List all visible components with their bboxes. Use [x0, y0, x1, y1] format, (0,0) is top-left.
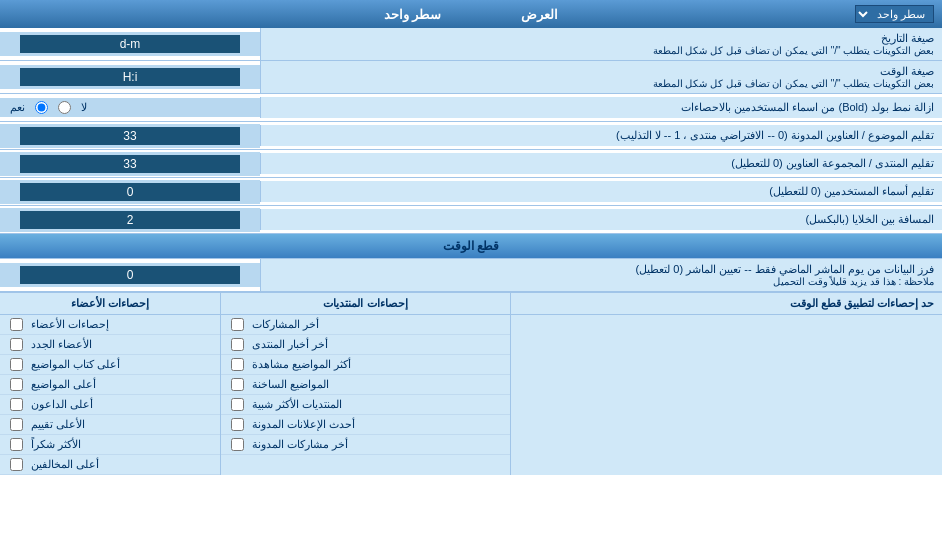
display-header-row: العرض سطر واحد سطر واحد [0, 0, 942, 28]
topic-titles-input[interactable] [20, 127, 240, 145]
stats-post-item: أخر مشاركات المدونة [221, 435, 510, 455]
stats-member-checkbox[interactable] [10, 358, 23, 371]
time-format-label: صيغة الوقت بعض التكوينات يتطلب "/" التي … [260, 61, 942, 93]
bold-remove-row: ازالة نمط بولد (Bold) من اسماء المستخدمي… [0, 94, 942, 122]
stats-content: أخر المشاركاتأخر أخبار المنتدىأكثر الموا… [0, 315, 942, 475]
stats-empty-left [510, 315, 942, 475]
stats-member-item: الأكثر شكراً [0, 435, 220, 455]
stats-post-item: أخر أخبار المنتدى [221, 335, 510, 355]
time-format-row: صيغة الوقت بعض التكوينات يتطلب "/" التي … [0, 61, 942, 94]
forum-group-row: تقليم المنتدى / المجموعة العناوين (0 للت… [0, 150, 942, 178]
time-format-input[interactable] [20, 68, 240, 86]
stats-header: حد إحصاءات لتطبيق قطع الوقت إحصاءات المن… [0, 293, 942, 315]
date-format-input-cell [0, 32, 260, 56]
stats-post-item: أكثر المواضيع مشاهدة [221, 355, 510, 375]
bold-remove-options: لا نعم [0, 98, 260, 117]
stats-post-checkbox[interactable] [231, 418, 244, 431]
date-format-label: صيغة التاريخ بعض التكوينات يتطلب "/" الت… [260, 28, 942, 60]
usernames-label: تقليم أسماء المستخدمين (0 للتعطيل) [260, 181, 942, 202]
stats-posts-items-col: أخر المشاركاتأخر أخبار المنتدىأكثر الموا… [220, 315, 510, 475]
stats-member-item: إحصاءات الأعضاء [0, 315, 220, 335]
time-filter-input-cell [0, 263, 260, 287]
stats-section: حد إحصاءات لتطبيق قطع الوقت إحصاءات المن… [0, 292, 942, 475]
bold-yes-label: نعم [10, 101, 25, 114]
stats-post-checkbox[interactable] [231, 358, 244, 371]
stats-member-checkbox[interactable] [10, 418, 23, 431]
stats-post-checkbox[interactable] [231, 398, 244, 411]
stats-posts-header: إحصاءات المنتديات [220, 293, 510, 314]
display-dropdown[interactable]: سطر واحد [855, 5, 934, 23]
stats-post-item: المنتديات الأكثر شبية [221, 395, 510, 415]
stats-member-item: الأعضاء الجدد [0, 335, 220, 355]
time-filter-label: فرز البيانات من يوم الماشر الماضي فقط --… [260, 259, 942, 291]
stats-member-checkbox[interactable] [10, 438, 23, 451]
stats-post-item: أحدث الإعلانات المدونة [221, 415, 510, 435]
stats-members-header: إحصاءات الأعضاء [0, 293, 220, 314]
time-format-input-cell [0, 65, 260, 89]
time-cut-section-header: قطع الوقت [0, 234, 942, 259]
bold-no-radio[interactable] [58, 101, 71, 114]
stats-post-item: أخر المشاركات [221, 315, 510, 335]
topic-titles-label: تقليم الموضوع / العناوين المدونة (0 -- ا… [260, 125, 942, 146]
usernames-input[interactable] [20, 183, 240, 201]
stats-post-checkbox[interactable] [231, 378, 244, 391]
cell-spacing-input-cell [0, 208, 260, 232]
stats-member-item: الأعلى تقييم [0, 415, 220, 435]
header-title: سطر واحد [384, 7, 442, 22]
bold-remove-label: ازالة نمط بولد (Bold) من اسماء المستخدمي… [260, 97, 942, 118]
stats-member-checkbox[interactable] [10, 398, 23, 411]
stats-member-item: أعلى كتاب المواضيع [0, 355, 220, 375]
stats-members-items-col: إحصاءات الأعضاءالأعضاء الجددأعلى كتاب ال… [0, 315, 220, 475]
topic-titles-input-cell [0, 124, 260, 148]
stats-member-item: أعلى المواضيع [0, 375, 220, 395]
forum-group-input[interactable] [20, 155, 240, 173]
usernames-row: تقليم أسماء المستخدمين (0 للتعطيل) [0, 178, 942, 206]
stats-post-checkbox[interactable] [231, 318, 244, 331]
stats-member-checkbox[interactable] [10, 378, 23, 391]
stats-post-checkbox[interactable] [231, 338, 244, 351]
topic-titles-row: تقليم الموضوع / العناوين المدونة (0 -- ا… [0, 122, 942, 150]
date-format-row: صيغة التاريخ بعض التكوينات يتطلب "/" الت… [0, 28, 942, 61]
display-field-label: العرض [521, 7, 558, 22]
bold-yes-radio[interactable] [35, 101, 48, 114]
stats-member-item: أعلى المخالفين [0, 455, 220, 475]
stats-limit-label: حد إحصاءات لتطبيق قطع الوقت [510, 293, 942, 314]
stats-post-checkbox[interactable] [231, 438, 244, 451]
stats-member-checkbox[interactable] [10, 338, 23, 351]
stats-member-checkbox[interactable] [10, 458, 23, 471]
time-filter-input[interactable] [20, 266, 240, 284]
bold-no-label: لا [81, 101, 87, 114]
forum-group-label: تقليم المنتدى / المجموعة العناوين (0 للت… [260, 153, 942, 174]
cell-spacing-label: المسافة بين الخلايا (بالبكسل) [260, 209, 942, 230]
time-filter-row: فرز البيانات من يوم الماشر الماضي فقط --… [0, 259, 942, 292]
cell-spacing-row: المسافة بين الخلايا (بالبكسل) [0, 206, 942, 234]
stats-post-item: المواضيع الساخنة [221, 375, 510, 395]
stats-member-item: أعلى الداعون [0, 395, 220, 415]
date-format-input[interactable] [20, 35, 240, 53]
forum-group-input-cell [0, 152, 260, 176]
stats-member-checkbox[interactable] [10, 318, 23, 331]
usernames-input-cell [0, 180, 260, 204]
cell-spacing-input[interactable] [20, 211, 240, 229]
